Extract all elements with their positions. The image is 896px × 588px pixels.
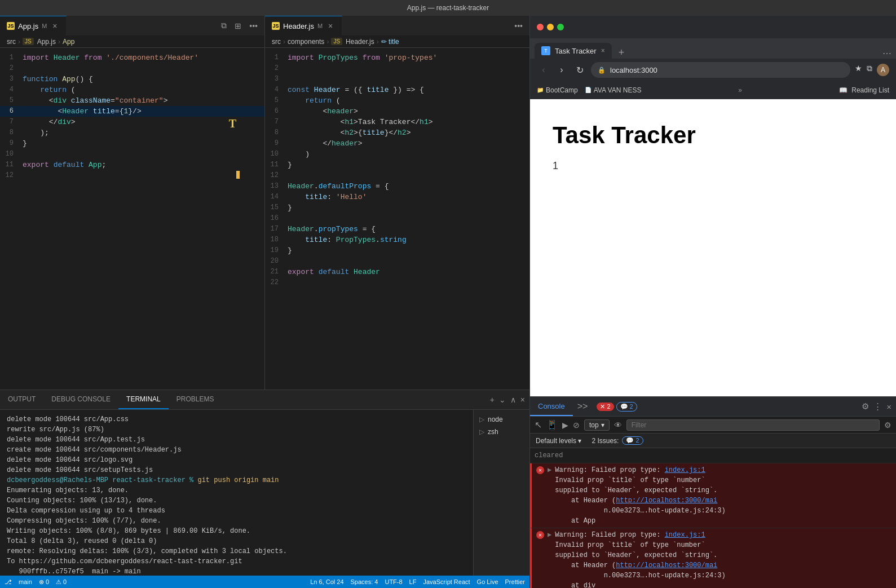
- h-line-7: 7 <h1>Task Tracker</h1>: [265, 117, 529, 127]
- devtools-close-btn[interactable]: ×: [886, 402, 891, 412]
- expand-error-2[interactable]: ▶: [548, 530, 551, 540]
- maximize-panel-btn[interactable]: ∧: [510, 395, 516, 404]
- h-line-6: 6 <header>: [265, 106, 529, 117]
- reload-btn[interactable]: ↻: [573, 63, 586, 77]
- reading-list-label[interactable]: 📖 Reading List: [839, 86, 889, 94]
- term-line-1: delete mode 100644 src/App.css: [7, 414, 466, 425]
- prettier-btn[interactable]: Prettier: [505, 578, 525, 585]
- right-more-btn[interactable]: •••: [512, 20, 525, 32]
- h-line-19: 19 }: [265, 245, 529, 256]
- console-error-1-text: Warning: Failed prop type: index.js:1 In…: [555, 465, 891, 526]
- profile-btn[interactable]: A: [877, 64, 889, 76]
- left-tabs: JS App.js M × ⧉ ⊞ •••: [0, 16, 265, 36]
- code-line-1: 1 import Header from './components/Heade…: [0, 52, 264, 63]
- devtools-tab-console[interactable]: Console: [530, 397, 573, 416]
- git-branch[interactable]: main: [19, 578, 32, 585]
- tab-app-js[interactable]: JS App.js M ×: [0, 16, 67, 36]
- top-dropdown[interactable]: top ▾: [584, 419, 610, 431]
- tab-terminal[interactable]: TERMINAL: [118, 390, 169, 409]
- bc-title: ✏ title: [381, 38, 399, 46]
- shell-node[interactable]: ▷ node: [474, 413, 529, 426]
- issues-label: 2 Issues:: [592, 437, 619, 445]
- error-2-source-link[interactable]: index.js:1: [665, 531, 705, 539]
- browser-tab-label: Task Tracker: [555, 47, 597, 55]
- right-tabs: JS Header.js M × •••: [265, 16, 529, 36]
- browser-content: Task Tracker 1: [530, 99, 896, 396]
- encoding: UTF-8: [385, 578, 402, 585]
- console-eye-btn[interactable]: 👁: [614, 421, 622, 430]
- tab-header-js[interactable]: JS Header.js M ×: [265, 16, 342, 36]
- extensions-btn[interactable]: ⧉: [867, 64, 872, 76]
- tab-problems[interactable]: PROBLEMS: [169, 390, 222, 409]
- go-live-btn[interactable]: Go Live: [477, 578, 498, 585]
- code-line-12: 12: [0, 170, 264, 181]
- console-play-btn[interactable]: ▶: [562, 421, 568, 430]
- language[interactable]: JavaScript React: [423, 578, 470, 585]
- terminal-output[interactable]: delete mode 100644 src/App.css rewrite s…: [0, 410, 473, 576]
- tab-debug-console[interactable]: DEBUG CONSOLE: [43, 390, 118, 409]
- address-bar[interactable]: 🔒 localhost:3000: [591, 62, 850, 78]
- right-editor[interactable]: src › components › JS Header.js › ✏ titl…: [265, 36, 529, 390]
- code-line-6: 6 <Header title={1}/>: [0, 106, 264, 117]
- right-breadcrumb: src › components › JS Header.js › ✏ titl…: [265, 36, 529, 48]
- js-icon-header: JS: [272, 22, 280, 30]
- code-line-4: 4 return (: [0, 85, 264, 95]
- default-levels-btn[interactable]: Default levels ▾: [536, 437, 581, 445]
- left-breadcrumb: src › JS App.js › App: [0, 36, 264, 48]
- error-1-source-link[interactable]: index.js:1: [665, 466, 705, 474]
- back-btn[interactable]: ‹: [537, 63, 550, 77]
- filter-settings-btn[interactable]: ⚙: [884, 421, 891, 430]
- close-panel-btn[interactable]: ×: [520, 395, 525, 404]
- h-line-5: 5 return (: [265, 95, 529, 106]
- add-terminal-btn[interactable]: +: [490, 395, 495, 404]
- console-error-1: ✕ ▶ Warning: Failed prop type: index.js:…: [530, 463, 896, 528]
- tl-close[interactable]: [537, 24, 544, 30]
- tl-minimize[interactable]: [547, 24, 554, 30]
- bookmark-bootcamp[interactable]: 📁 BootCamp: [537, 86, 578, 94]
- console-cursor-btn[interactable]: ↖: [535, 419, 542, 430]
- terminal-body: delete mode 100644 src/App.css rewrite s…: [0, 410, 529, 576]
- console-device-btn[interactable]: 📱: [546, 419, 558, 430]
- console-filter-input[interactable]: [626, 419, 880, 431]
- tab-output[interactable]: OUTPUT: [0, 390, 43, 409]
- devtools: Console >> ✕2 💬2 ⚙ ⋮ ×: [530, 396, 896, 588]
- bc-components: components: [288, 38, 324, 46]
- devtools-more-btn[interactable]: ⋮: [873, 401, 882, 412]
- address-url: localhost:3000: [610, 66, 657, 74]
- console-stop-btn[interactable]: ⊘: [573, 421, 580, 430]
- browser-tab-task-tracker[interactable]: T Task Tracker ×: [535, 43, 612, 59]
- bookmark-ava[interactable]: 📄 AVA VAN NESS: [585, 86, 642, 94]
- new-tab-btn[interactable]: +: [614, 47, 629, 59]
- main-area: JS App.js M × ⧉ ⊞ ••• JS Header.js M ×: [0, 16, 896, 588]
- code-line-5: 5 <div className="container">: [0, 95, 264, 106]
- bookmark-star-btn[interactable]: ★: [855, 64, 862, 76]
- forward-btn[interactable]: ›: [555, 63, 568, 77]
- devtools-settings-btn[interactable]: ⚙: [862, 401, 869, 412]
- tl-maximize[interactable]: [557, 24, 564, 30]
- issues-count-badge: 💬 2: [622, 436, 643, 445]
- split-editor-btn[interactable]: ⧉: [219, 20, 229, 32]
- error-1-at-header-link[interactable]: http://localhost:3000/mai: [616, 497, 717, 505]
- term-line-5: delete mode 100644 src/logo.svg: [7, 455, 466, 465]
- left-editor[interactable]: src › JS App.js › App 1 import Header fr…: [0, 36, 265, 390]
- bc-src-r: src: [272, 38, 281, 46]
- editor-panel: JS App.js M × ⧉ ⊞ ••• JS Header.js M ×: [0, 16, 530, 588]
- devtools-more-tabs[interactable]: >>: [573, 397, 593, 416]
- more-actions-btn[interactable]: •••: [247, 20, 260, 32]
- browser-more-btn[interactable]: ⋯: [882, 48, 891, 59]
- ava-icon: 📄: [585, 87, 592, 93]
- h-line-17: 17 Header.propTypes = {: [265, 224, 529, 235]
- more-bookmarks-btn[interactable]: »: [738, 86, 742, 94]
- browser-tabs-bar: T Task Tracker × + ⋯: [530, 38, 896, 59]
- error-2-at-header-link[interactable]: http://localhost:3000/mai: [616, 562, 717, 569]
- bc-headerjs-icon: JS: [331, 38, 342, 45]
- tab-app-close[interactable]: ×: [50, 21, 59, 30]
- error-badge: ✕2: [597, 403, 613, 411]
- editor-layout-btn[interactable]: ⊞: [232, 20, 244, 32]
- browser-tab-close[interactable]: ×: [601, 47, 605, 55]
- expand-error-1[interactable]: ▶: [548, 465, 551, 475]
- shell-zsh[interactable]: ▷ zsh: [474, 426, 529, 438]
- tab-header-label: Header.js: [283, 22, 314, 30]
- tab-header-close[interactable]: ×: [326, 21, 335, 30]
- terminal-split-btn[interactable]: ⌄: [499, 395, 506, 404]
